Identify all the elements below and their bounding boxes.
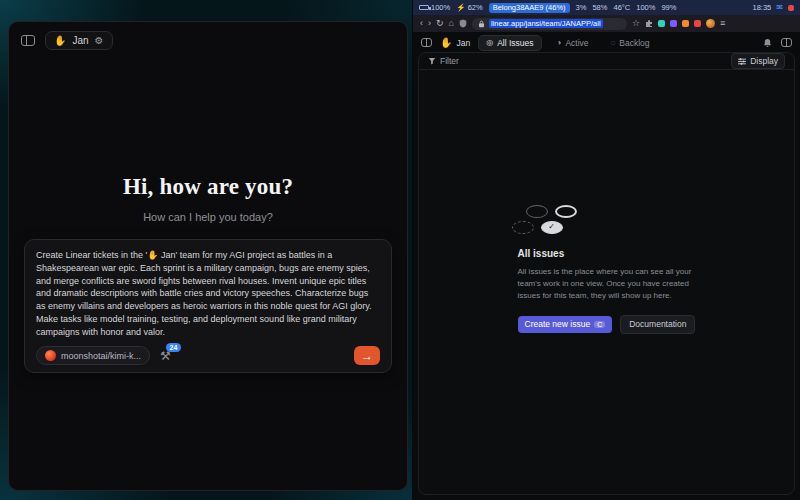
charge-indicator: ⚡ 62% — [456, 3, 482, 12]
send-button[interactable]: → — [354, 346, 380, 365]
backlog-circle-icon — [512, 221, 534, 234]
system-tray-bar: 100% ⚡ 62% Belong38AAE9 (46%) 3% 58% 46°… — [413, 0, 800, 15]
home-button[interactable]: ⌂ — [449, 19, 454, 28]
browser-toolbar: ‹ › ↻ ⌂ linear.app/jansi/team/JANAPP/all… — [413, 15, 800, 33]
profile-avatar[interactable] — [706, 19, 715, 28]
tab-all-issues-label: All Issues — [497, 38, 533, 48]
linear-app: ✋ Jan ◎ All Issues ◑ Active ◌ Backlog — [413, 33, 800, 500]
thread-team-chip[interactable]: ✋ Jan ⚙ — [45, 31, 113, 50]
display-sliders-icon — [738, 58, 746, 65]
extension-icon-teal[interactable] — [658, 20, 665, 27]
backlog-icon: ◌ — [611, 38, 616, 47]
linear-topbar-right — [763, 38, 792, 48]
create-new-issue-label: Create new issue — [525, 319, 591, 329]
tab-active[interactable]: ◑ Active — [550, 36, 596, 50]
check-icon: ✓ — [548, 223, 555, 231]
battery-indicator: 100% — [419, 3, 450, 12]
stat-cpu: 3% — [576, 3, 587, 12]
tools-button[interactable]: ⚒ 24 — [160, 350, 171, 362]
filter-label: Filter — [440, 56, 459, 66]
send-arrow-icon: → — [361, 350, 373, 362]
extension-icon-orange[interactable] — [682, 20, 689, 27]
chat-input[interactable]: Create Linear tickets in the '✋ Jan' tea… — [36, 249, 380, 338]
tab-all-issues[interactable]: ◎ All Issues — [478, 35, 541, 51]
browser-window: 100% ⚡ 62% Belong38AAE9 (46%) 3% 58% 46°… — [412, 0, 800, 500]
mail-icon[interactable]: ✉ — [776, 3, 783, 12]
team-hand-icon: ✋ — [440, 37, 452, 48]
display-label: Display — [750, 56, 778, 66]
active-icon: ◑ — [557, 38, 562, 47]
sysbar-right: 18:35 ✉ — [753, 3, 794, 12]
bookmark-star-icon[interactable]: ☆ — [632, 19, 640, 28]
tools-count-badge: 24 — [166, 343, 181, 352]
clock: 18:35 — [753, 3, 772, 12]
shield-icon[interactable] — [459, 19, 467, 28]
battery-percent: 100% — [431, 3, 450, 12]
composer-toolbar: moonshotai/kimi-k... ⚒ 24 → — [36, 346, 380, 365]
forward-button[interactable]: › — [428, 19, 431, 28]
model-selector[interactable]: moonshotai/kimi-k... — [36, 346, 150, 365]
tab-backlog[interactable]: ◌ Backlog — [604, 36, 657, 50]
linear-sidebar-toggle-icon[interactable] — [421, 38, 432, 47]
linear-content: Filter Display ✓ — [418, 52, 795, 495]
todo-circle-icon — [526, 205, 548, 218]
sidebar-toggle-icon[interactable] — [21, 35, 35, 46]
extension-icon-purple[interactable] — [670, 20, 677, 27]
hand-emoji-icon: ✋ — [54, 35, 66, 46]
filter-funnel-icon — [428, 57, 436, 65]
thread-settings-icon[interactable]: ⚙ — [95, 35, 104, 46]
tab-backlog-label: Backlog — [619, 38, 649, 48]
greeting-subtitle: How can I help you today? — [9, 211, 407, 223]
create-new-issue-button[interactable]: Create new issue C — [518, 316, 613, 333]
model-selector-label: moonshotai/kimi-k... — [61, 351, 141, 361]
empty-state-actions: Create new issue C Documentation — [518, 315, 696, 334]
filter-button[interactable]: Filter — [428, 56, 459, 66]
lock-icon — [478, 20, 485, 28]
stat-disk: 100% — [636, 3, 655, 12]
stat-temp: 46°C — [613, 3, 630, 12]
notification-dot-icon[interactable] — [788, 5, 794, 11]
documentation-button[interactable]: Documentation — [620, 315, 695, 334]
linear-topbar: ✋ Jan ◎ All Issues ◑ Active ◌ Backlog — [413, 33, 800, 52]
greeting-title: Hi, how are you? — [9, 174, 407, 200]
linear-filterbar: Filter Display — [419, 53, 794, 70]
model-provider-icon — [45, 350, 56, 361]
empty-state: ✓ All issues All issues is the place whe… — [419, 70, 794, 494]
url-bar[interactable]: linear.app/jansi/team/JANAPP/all — [472, 18, 627, 30]
battery-icon — [419, 5, 429, 10]
jan-hero: Hi, how are you? How can I help you toda… — [9, 174, 407, 223]
thread-team-label: Jan — [72, 35, 88, 46]
menu-button[interactable]: ≡ — [720, 19, 725, 28]
display-button[interactable]: Display — [731, 53, 785, 69]
extension-icon-red[interactable] — [694, 20, 701, 27]
linear-team-chip[interactable]: ✋ Jan — [440, 37, 470, 48]
right-panel-toggle-icon[interactable] — [781, 38, 792, 47]
issue-status-illustration: ✓ — [518, 205, 696, 234]
tab-active-label: Active — [565, 38, 588, 48]
jan-titlebar: ✋ Jan ⚙ — [9, 22, 407, 58]
linear-team-label: Jan — [456, 38, 470, 48]
in-progress-circle-icon — [555, 205, 577, 218]
done-circle-icon: ✓ — [541, 221, 563, 234]
shortcut-key-badge: C — [594, 321, 605, 328]
notifications-bell-icon[interactable] — [763, 38, 772, 48]
empty-state-title: All issues — [518, 248, 696, 259]
all-issues-icon: ◎ — [486, 38, 493, 47]
stat-mem: 58% — [592, 3, 607, 12]
extensions-puzzle-icon[interactable] — [645, 20, 653, 28]
empty-state-description: All issues is the place where you can se… — [518, 266, 696, 302]
url-text[interactable]: linear.app/jansi/team/JANAPP/all — [489, 19, 603, 28]
chat-composer[interactable]: Create Linear tickets in the '✋ Jan' tea… — [24, 239, 392, 373]
back-button[interactable]: ‹ — [420, 19, 423, 28]
jan-app-window: ✋ Jan ⚙ Hi, how are you? How can I help … — [8, 21, 408, 491]
stat-volume: 99% — [661, 3, 676, 12]
network-badge[interactable]: Belong38AAE9 (46%) — [489, 3, 570, 13]
refresh-button[interactable]: ↻ — [436, 19, 444, 28]
